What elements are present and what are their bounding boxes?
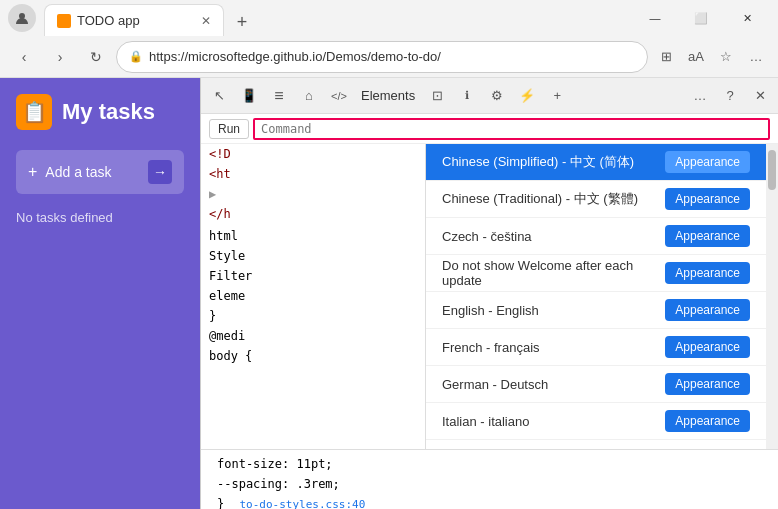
appearance-button-zh-simplified[interactable]: Appearance xyxy=(665,151,750,173)
home-icon[interactable]: ⌂ xyxy=(295,82,323,110)
more-tools-icon[interactable]: … xyxy=(686,82,714,110)
code-line-7: Style xyxy=(201,246,425,266)
dropdown-list: Chinese (Simplified) - 中文 (简体)Appearance… xyxy=(426,144,766,449)
appearance-button-en[interactable]: Appearance xyxy=(665,299,750,321)
tab-title: TODO app xyxy=(77,13,140,28)
dropdown-item-label: Czech - čeština xyxy=(442,229,532,244)
content-area: 📋 My tasks + Add a task → No tasks defin… xyxy=(0,78,778,509)
reader-mode-icon[interactable]: aA xyxy=(682,43,710,71)
appearance-button-fr[interactable]: Appearance xyxy=(665,336,750,358)
bottom-code-line-3: } to-do-styles.css:40 xyxy=(209,494,770,509)
code-line-2: <ht xyxy=(201,164,425,184)
code-line-6: html xyxy=(201,226,425,246)
dropdown-item-zh-traditional[interactable]: Chinese (Traditional) - 中文 (繁體)Appearanc… xyxy=(426,181,766,218)
devtools-toolbar: ↖ 📱 ≡ ⌂ </> Elements ⊡ ℹ ⚙ ⚡ + … ? ✕ xyxy=(201,78,778,114)
address-bar-icons: ⊞ aA ☆ … xyxy=(652,43,770,71)
dropdown-item-label: Chinese (Traditional) - 中文 (繁體) xyxy=(442,190,638,208)
split-panel: <!D <ht ▶ </h html Style Filter eleme } … xyxy=(201,144,778,449)
code-line-8: Filter xyxy=(201,266,425,286)
todo-title: My tasks xyxy=(62,99,155,125)
code-line-12: body { xyxy=(201,346,425,366)
forward-button[interactable]: › xyxy=(44,41,76,73)
dropdown-item-en[interactable]: English - EnglishAppearance xyxy=(426,292,766,329)
code-panel: <!D <ht ▶ </h html Style Filter eleme } … xyxy=(201,144,426,449)
devtools-lower-panel: font-size: 11pt; --spacing: .3rem; } to-… xyxy=(201,449,778,509)
network-icon[interactable]: ⊡ xyxy=(423,82,451,110)
close-window-button[interactable]: ✕ xyxy=(724,0,770,36)
dropdown-item-zh-simplified[interactable]: Chinese (Simplified) - 中文 (简体)Appearance xyxy=(426,144,766,181)
dropdown-item-cs[interactable]: Czech - češtinaAppearance xyxy=(426,218,766,255)
lock-icon: 🔒 xyxy=(129,50,143,63)
console-icon[interactable]: ℹ xyxy=(453,82,481,110)
elements-tab[interactable]: Elements xyxy=(355,88,421,103)
back-button[interactable]: ‹ xyxy=(8,41,40,73)
scroll-thumb[interactable] xyxy=(768,150,776,190)
profile-icon[interactable] xyxy=(8,4,36,32)
source-icon[interactable]: </> xyxy=(325,82,353,110)
dropdown-item-it[interactable]: Italian - italianoAppearance xyxy=(426,403,766,440)
help-icon[interactable]: ? xyxy=(716,82,744,110)
title-bar: TODO app ✕ + — ⬜ ✕ xyxy=(0,0,778,36)
add-task-button[interactable]: + Add a task → xyxy=(16,150,184,194)
address-input[interactable]: 🔒 https://microsoftedge.github.io/Demos/… xyxy=(116,41,648,73)
code-line-10: } xyxy=(201,306,425,326)
appearance-button-de[interactable]: Appearance xyxy=(665,373,750,395)
add-task-label: Add a task xyxy=(45,164,111,180)
dropdown-item-label: Chinese (Simplified) - 中文 (简体) xyxy=(442,153,634,171)
todo-icon: 📋 xyxy=(16,94,52,130)
appearance-button-it[interactable]: Appearance xyxy=(665,410,750,432)
vertical-scrollbar[interactable] xyxy=(766,144,778,449)
command-input[interactable] xyxy=(253,118,770,140)
todo-header: 📋 My tasks xyxy=(16,94,184,130)
settings-more-icon[interactable]: … xyxy=(742,43,770,71)
maximize-button[interactable]: ⬜ xyxy=(678,0,724,36)
dropdown-item-fr[interactable]: French - françaisAppearance xyxy=(426,329,766,366)
drawer-icon[interactable]: ≡ xyxy=(265,82,293,110)
no-tasks-label: No tasks defined xyxy=(16,210,184,225)
new-tab-button[interactable]: + xyxy=(228,8,256,36)
appearance-button-no-welcome[interactable]: Appearance xyxy=(665,262,750,284)
active-tab[interactable]: TODO app ✕ xyxy=(44,4,224,36)
bottom-code-line-2: --spacing: .3rem; xyxy=(209,474,770,494)
minimize-button[interactable]: — xyxy=(632,0,678,36)
dropdown-item-de[interactable]: German - DeutschAppearance xyxy=(426,366,766,403)
devtools-body: Run <!D <ht ▶ </h html Style Filter xyxy=(201,114,778,509)
performance-icon[interactable]: ⚡ xyxy=(513,82,541,110)
run-button[interactable]: Run xyxy=(209,119,249,139)
code-line-11: @medi xyxy=(201,326,425,346)
address-bar: ‹ › ↻ 🔒 https://microsoftedge.github.io/… xyxy=(0,36,778,78)
dropdown-item-no-welcome[interactable]: Do not show Welcome after each updateApp… xyxy=(426,255,766,292)
device-emulation-icon[interactable]: 📱 xyxy=(235,82,263,110)
appearance-button-cs[interactable]: Appearance xyxy=(665,225,750,247)
dropdown-item-label: German - Deutsch xyxy=(442,377,548,392)
window-controls: — ⬜ ✕ xyxy=(632,0,770,36)
code-line-3: ▶ xyxy=(201,184,425,204)
add-task-arrow-icon: → xyxy=(148,160,172,184)
tab-favicon xyxy=(57,14,71,28)
source-link[interactable]: to-do-styles.css:40 xyxy=(239,498,365,509)
tab-strip: TODO app ✕ + xyxy=(44,0,624,36)
console-bar: Run xyxy=(201,114,778,144)
todo-app: 📋 My tasks + Add a task → No tasks defin… xyxy=(0,78,200,509)
appearance-button-zh-traditional[interactable]: Appearance xyxy=(665,188,750,210)
code-line-9: eleme xyxy=(201,286,425,306)
code-line-1: <!D xyxy=(201,144,425,164)
inspect-element-icon[interactable]: ↖ xyxy=(205,82,233,110)
refresh-button[interactable]: ↻ xyxy=(80,41,112,73)
dropdown-list-container: Chinese (Simplified) - 中文 (简体)Appearance… xyxy=(426,144,766,449)
plus-icon: + xyxy=(28,163,37,181)
collections-icon[interactable]: ⊞ xyxy=(652,43,680,71)
code-line-4: </h xyxy=(201,204,425,224)
dropdown-item-label: Do not show Welcome after each update xyxy=(442,258,665,288)
dropdown-item-label: English - English xyxy=(442,303,539,318)
sources-icon[interactable]: ⚙ xyxy=(483,82,511,110)
close-devtools-icon[interactable]: ✕ xyxy=(746,82,774,110)
dropdown-item-label: Italian - italiano xyxy=(442,414,529,429)
add-panel-icon[interactable]: + xyxy=(543,82,571,110)
bottom-code-line-1: font-size: 11pt; xyxy=(209,454,770,474)
url-text: https://microsoftedge.github.io/Demos/de… xyxy=(149,49,441,64)
favorites-icon[interactable]: ☆ xyxy=(712,43,740,71)
devtools-panel: ↖ 📱 ≡ ⌂ </> Elements ⊡ ℹ ⚙ ⚡ + … ? ✕ Run xyxy=(200,78,778,509)
dropdown-item-label: French - français xyxy=(442,340,540,355)
tab-close-button[interactable]: ✕ xyxy=(201,14,211,28)
